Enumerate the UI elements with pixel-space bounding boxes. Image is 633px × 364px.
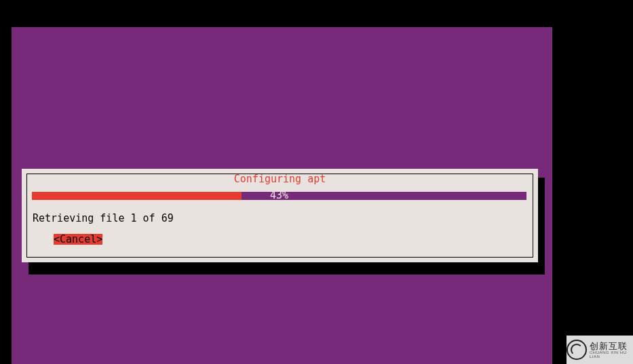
watermark: 创新互联 CHUANG XIN HU LIAN <box>567 336 633 364</box>
watermark-main-text: 创新互联 <box>590 342 633 350</box>
cancel-button[interactable]: <Cancel> <box>54 234 102 245</box>
watermark-sub-text: CHUANG XIN HU LIAN <box>590 350 633 359</box>
progress-percent-label: 43% <box>32 190 526 201</box>
dialog-title: Configuring apt <box>224 174 337 184</box>
status-text: Retrieving file 1 of 69 <box>33 212 174 224</box>
watermark-logo-icon <box>567 340 587 360</box>
progress-bar: 43% <box>32 192 526 200</box>
watermark-text: 创新互联 CHUANG XIN HU LIAN <box>590 342 633 359</box>
